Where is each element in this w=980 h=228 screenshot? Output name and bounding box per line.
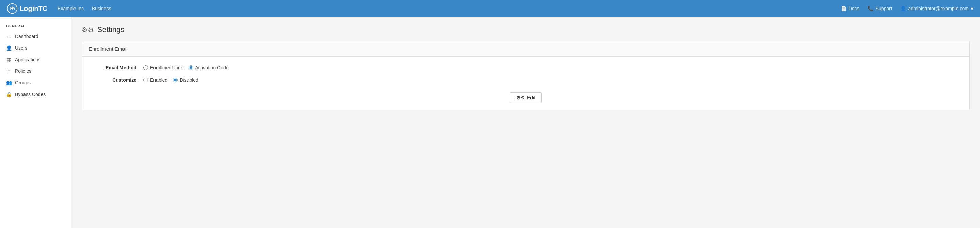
topnav-right: Docs Support administrator@example.com ▾ (841, 6, 973, 11)
edit-button[interactable]: ⚙ Edit (510, 92, 542, 103)
customize-label: Customize (89, 77, 143, 83)
user-label: administrator@example.com (908, 6, 969, 11)
main-layout: GENERAL Dashboard Users Applications Pol… (0, 17, 980, 228)
card-body: Email Method Enrollment Link Activation … (82, 57, 969, 110)
sidebar-item-groups[interactable]: Groups (0, 77, 71, 88)
radio-enabled[interactable]: Enabled (143, 77, 167, 83)
email-method-controls: Enrollment Link Activation Code (143, 65, 229, 70)
docs-label: Docs (849, 6, 859, 11)
enrollment-email-card: Enrollment Email Email Method Enrollment… (82, 41, 970, 110)
sidebar-item-label: Dashboard (15, 34, 38, 39)
user-icon (900, 6, 906, 11)
card-header: Enrollment Email (82, 41, 969, 57)
logo[interactable]: LoginTC (7, 3, 47, 14)
edit-gear-icon: ⚙ (516, 95, 525, 100)
bypass-icon (6, 91, 11, 97)
sidebar-item-users[interactable]: Users (0, 42, 71, 54)
applications-icon (6, 57, 11, 62)
logintc-logo-icon (7, 3, 18, 14)
sidebar-item-label: Policies (15, 69, 31, 74)
topnav-plan-link[interactable]: Business (92, 6, 111, 11)
sidebar-item-label: Bypass Codes (15, 91, 46, 97)
customize-row: Customize Enabled Disabled (89, 77, 963, 83)
top-navigation: LoginTC Example Inc. Business Docs Suppo… (0, 0, 980, 17)
radio-enabled-input[interactable] (143, 78, 148, 82)
form-actions: ⚙ Edit (89, 89, 963, 103)
groups-icon (6, 80, 11, 85)
policies-icon (6, 69, 11, 74)
page-header: ⚙ Settings (82, 25, 970, 34)
sidebar: GENERAL Dashboard Users Applications Pol… (0, 17, 72, 228)
sidebar-section-label: GENERAL (0, 24, 71, 30)
radio-enrollment-link-label: Enrollment Link (150, 65, 183, 70)
chevron-down-icon: ▾ (971, 6, 973, 11)
sidebar-item-label: Applications (15, 57, 41, 62)
support-icon (868, 6, 873, 11)
radio-enabled-label: Enabled (150, 77, 167, 83)
radio-enrollment-link-input[interactable] (143, 65, 148, 70)
user-menu[interactable]: administrator@example.com ▾ (900, 6, 973, 11)
sidebar-item-label: Groups (15, 80, 30, 85)
email-method-label: Email Method (89, 65, 143, 70)
radio-activation-code-input[interactable] (189, 65, 193, 70)
svg-point-1 (11, 8, 13, 9)
docs-link[interactable]: Docs (841, 6, 859, 11)
topnav-links: Example Inc. Business (57, 6, 841, 11)
email-method-row: Email Method Enrollment Link Activation … (89, 65, 963, 70)
support-label: Support (875, 6, 892, 11)
topnav-org-link[interactable]: Example Inc. (57, 6, 85, 11)
page-title: Settings (97, 25, 124, 34)
dashboard-icon (6, 34, 11, 39)
radio-activation-code[interactable]: Activation Code (189, 65, 229, 70)
logo-text: LoginTC (20, 5, 47, 13)
edit-button-label: Edit (527, 95, 535, 100)
radio-disabled-label: Disabled (180, 77, 198, 83)
radio-disabled[interactable]: Disabled (173, 77, 198, 83)
support-link[interactable]: Support (868, 6, 892, 11)
main-content: ⚙ Settings Enrollment Email Email Method… (72, 17, 980, 228)
docs-icon (841, 6, 846, 11)
sidebar-item-label: Users (15, 45, 27, 51)
sidebar-item-policies[interactable]: Policies (0, 65, 71, 77)
sidebar-item-bypass-codes[interactable]: Bypass Codes (0, 88, 71, 100)
settings-icon: ⚙ (82, 26, 94, 34)
radio-enrollment-link[interactable]: Enrollment Link (143, 65, 183, 70)
users-icon (6, 45, 11, 51)
customize-controls: Enabled Disabled (143, 77, 198, 83)
radio-activation-code-label: Activation Code (195, 65, 229, 70)
sidebar-item-applications[interactable]: Applications (0, 54, 71, 65)
sidebar-item-dashboard[interactable]: Dashboard (0, 30, 71, 42)
radio-disabled-input[interactable] (173, 78, 178, 82)
